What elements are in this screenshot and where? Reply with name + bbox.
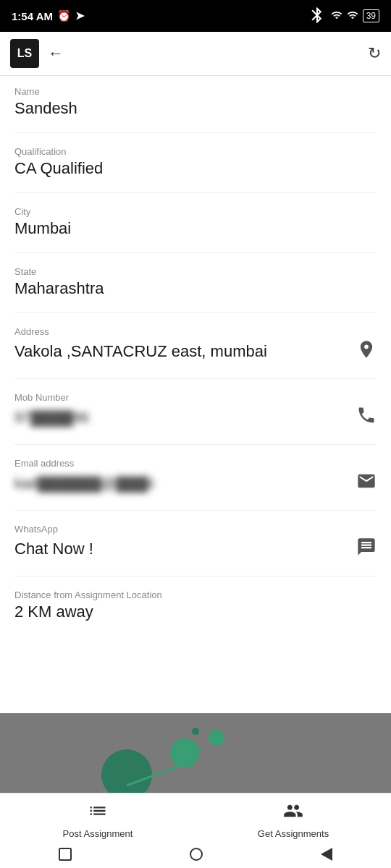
mob-value: 97▓▓▓▓96 [14,409,89,426]
qualification-label: Qualification [14,146,377,157]
name-label: Name [14,86,377,97]
address-label: Address [14,326,377,337]
city-value: Mumbai [14,219,71,238]
svg-line-0 [127,764,185,786]
refresh-button[interactable]: ↻ [368,44,381,63]
sys-nav-recent-button[interactable] [59,848,72,861]
sys-nav-back-button[interactable] [321,848,332,861]
city-label: City [14,206,377,217]
svg-line-1 [185,748,201,764]
divider-6 [14,444,377,445]
email-value: kad▓▓▓▓▓▓@▓▓▓ii [14,475,154,492]
address-field: Address Vakola ,SANTACRUZ east, mumbai [14,326,377,364]
chat-icon[interactable] [356,537,377,561]
mob-field: Mob Number 97▓▓▓▓96 [14,392,377,430]
divider-5 [14,378,377,379]
phone-icon[interactable] [356,405,377,430]
back-button[interactable]: ← [48,44,64,63]
profile-content: Name Sandesh Qualification CA Qualified … [0,76,391,713]
bottom-nav: Post Assignment Get Assignments [0,793,391,842]
location-icon[interactable] [356,339,377,364]
whatsapp-label: WhatsApp [14,524,377,535]
state-value: Maharashtra [14,279,104,298]
distance-value: 2 KM away [14,603,93,621]
wifi-icon [347,9,358,23]
status-bar-left: 1:54 AM ⏰ ➤ [12,9,85,22]
group-icon [283,801,303,825]
bluetooth-icon [308,6,327,27]
city-field: City Mumbai [14,206,377,238]
divider-2 [14,192,377,193]
divider-7 [14,510,377,511]
state-label: State [14,266,377,277]
email-field: Email address kad▓▓▓▓▓▓@▓▓▓ii [14,458,377,495]
alarm-icon: ⏰ [57,9,71,22]
divider-8 [14,576,377,576]
sys-nav-home-button[interactable] [190,848,203,861]
whatsapp-value: Chat Now ! [14,540,93,558]
system-nav-bar [0,842,391,868]
name-value: Sandesh [14,99,77,118]
navigation-icon: ➤ [75,9,85,22]
graphic-svg [0,713,391,793]
email-icon[interactable] [356,471,377,495]
battery-indicator: 39 [363,9,379,22]
status-time: 1:54 AM [12,10,53,22]
status-bar-right: 39 [308,6,379,27]
distance-label: Distance from Assignment Location [14,590,377,600]
qualification-field: Qualification CA Qualified [14,146,377,178]
divider-3 [14,252,377,253]
nav-post-assignment[interactable]: Post Assignment [0,801,196,839]
nav-get-assignments[interactable]: Get Assignments [196,801,391,839]
mob-label: Mob Number [14,392,377,403]
app-bar-left: LS ← [10,39,64,68]
graphic-area [0,713,391,793]
app-logo: LS [10,39,39,68]
get-assignments-label: Get Assignments [258,828,329,839]
address-value: Vakola ,SANTACRUZ east, mumbai [14,342,267,361]
list-icon [88,801,108,825]
state-field: State Maharashtra [14,266,377,298]
status-bar: 1:54 AM ⏰ ➤ 39 [0,0,391,32]
signal-icon [331,9,342,23]
post-assignment-label: Post Assignment [63,828,133,839]
email-label: Email address [14,458,377,469]
app-bar: LS ← ↻ [0,32,391,76]
qualification-value: CA Qualified [14,159,103,178]
name-field: Name Sandesh [14,86,377,118]
distance-field: Distance from Assignment Location 2 KM a… [14,590,377,621]
divider-4 [14,312,377,313]
whatsapp-field: WhatsApp Chat Now ! [14,524,377,561]
divider-1 [14,132,377,133]
